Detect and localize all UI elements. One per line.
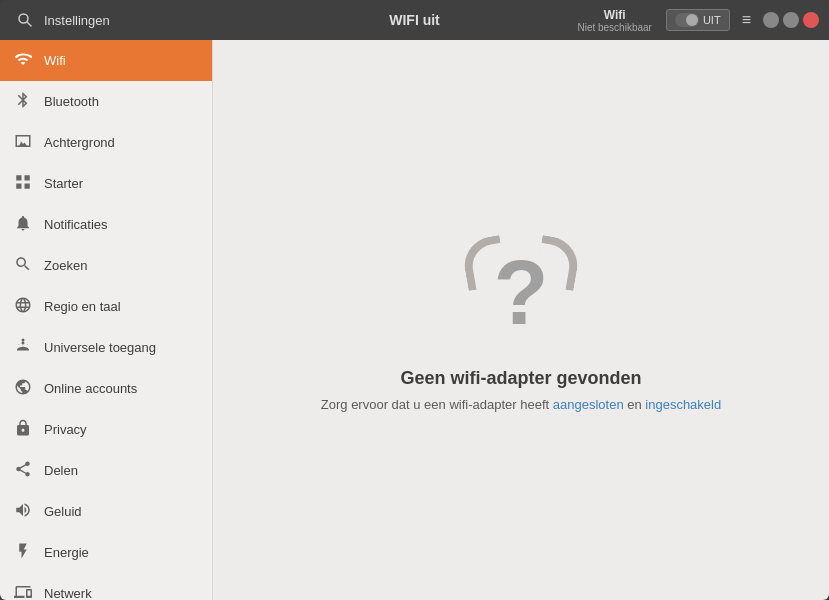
bluetooth-icon: [14, 91, 32, 112]
sidebar-item-notificaties-label: Notificaties: [44, 217, 198, 232]
sidebar: Wifi Bluetooth Achtergrond: [0, 40, 213, 600]
main-panel: ? Geen wifi-adapter gevonden Zorg ervoor…: [213, 40, 829, 600]
sidebar-item-starter-label: Starter: [44, 176, 198, 191]
sidebar-item-bluetooth[interactable]: Bluetooth: [0, 81, 212, 122]
no-adapter-title: Geen wifi-adapter gevonden: [400, 368, 641, 389]
wifi-title: WIFI uit: [389, 12, 440, 28]
sidebar-item-notificaties[interactable]: Notificaties: [0, 204, 212, 245]
sidebar-item-energie[interactable]: Energie: [0, 532, 212, 573]
sidebar-item-online-label: Online accounts: [44, 381, 198, 396]
wifi-status-box: Wifi Niet beschikbaar: [577, 8, 651, 33]
sidebar-item-geluid[interactable]: Geluid: [0, 491, 212, 532]
sidebar-item-wifi[interactable]: Wifi: [0, 40, 212, 81]
privacy-icon: [14, 419, 32, 440]
sidebar-item-regio-label: Regio en taal: [44, 299, 198, 314]
toggle-indicator: [675, 13, 699, 27]
wifi-status-sub: Niet beschikbaar: [577, 22, 651, 33]
sidebar-item-zoeken-label: Zoeken: [44, 258, 198, 273]
sidebar-item-zoeken[interactable]: Zoeken: [0, 245, 212, 286]
energy-icon: [14, 542, 32, 563]
window-controls: [763, 12, 819, 28]
app-name: Instellingen: [44, 13, 110, 28]
maximize-button[interactable]: [783, 12, 799, 28]
share-icon: [14, 460, 32, 481]
content-area: Wifi Bluetooth Achtergrond: [0, 40, 829, 600]
sidebar-item-privacy-label: Privacy: [44, 422, 198, 437]
accessibility-icon: [14, 337, 32, 358]
starter-icon: [14, 173, 32, 194]
sidebar-item-geluid-label: Geluid: [44, 504, 198, 519]
titlebar: Instellingen WIFI uit Wifi Niet beschikb…: [0, 0, 829, 40]
sidebar-item-achtergrond[interactable]: Achtergrond: [0, 122, 212, 163]
wifi-toggle[interactable]: UIT: [666, 9, 730, 31]
toggle-label: UIT: [703, 14, 721, 26]
background-icon: [14, 132, 32, 153]
sidebar-item-achtergrond-label: Achtergrond: [44, 135, 198, 150]
wifi-status-label: Wifi: [604, 8, 626, 22]
bell-icon: [14, 214, 32, 235]
svg-line-1: [27, 22, 31, 26]
sidebar-item-bluetooth-label: Bluetooth: [44, 94, 198, 109]
sidebar-item-online[interactable]: Online accounts: [0, 368, 212, 409]
sidebar-item-starter[interactable]: Starter: [0, 163, 212, 204]
network-icon: [14, 583, 32, 600]
sidebar-item-delen[interactable]: Delen: [0, 450, 212, 491]
arc-left: [460, 235, 508, 291]
no-adapter-link-ingeschakeld: ingeschakeld: [645, 397, 721, 412]
sidebar-item-universele[interactable]: Universele toegang: [0, 327, 212, 368]
sound-icon: [14, 501, 32, 522]
sidebar-item-universele-label: Universele toegang: [44, 340, 198, 355]
no-adapter-description: Zorg ervoor dat u een wifi-adapter heeft…: [321, 397, 721, 412]
arc-right: [534, 235, 582, 291]
search-icon: [14, 255, 32, 276]
main-window: Instellingen WIFI uit Wifi Niet beschikb…: [0, 0, 829, 600]
sidebar-item-privacy[interactable]: Privacy: [0, 409, 212, 450]
wifi-icon: [14, 50, 32, 71]
region-icon: [14, 296, 32, 317]
sidebar-item-energie-label: Energie: [44, 545, 198, 560]
sidebar-item-netwerk[interactable]: Netwerk: [0, 573, 212, 600]
menu-button[interactable]: ≡: [738, 7, 755, 33]
search-button[interactable]: [10, 5, 40, 35]
minimize-button[interactable]: [763, 12, 779, 28]
sidebar-item-regio[interactable]: Regio en taal: [0, 286, 212, 327]
sidebar-item-delen-label: Delen: [44, 463, 198, 478]
titlebar-center: WIFI uit: [389, 12, 440, 28]
close-button[interactable]: [803, 12, 819, 28]
sidebar-item-wifi-label: Wifi: [44, 53, 198, 68]
sidebar-item-netwerk-label: Netwerk: [44, 586, 198, 600]
titlebar-right: Wifi Niet beschikbaar UIT ≡: [577, 7, 819, 33]
no-adapter-link-aangesloten: aangesloten: [553, 397, 624, 412]
no-adapter-illustration: ?: [456, 228, 586, 348]
online-accounts-icon: [14, 378, 32, 399]
